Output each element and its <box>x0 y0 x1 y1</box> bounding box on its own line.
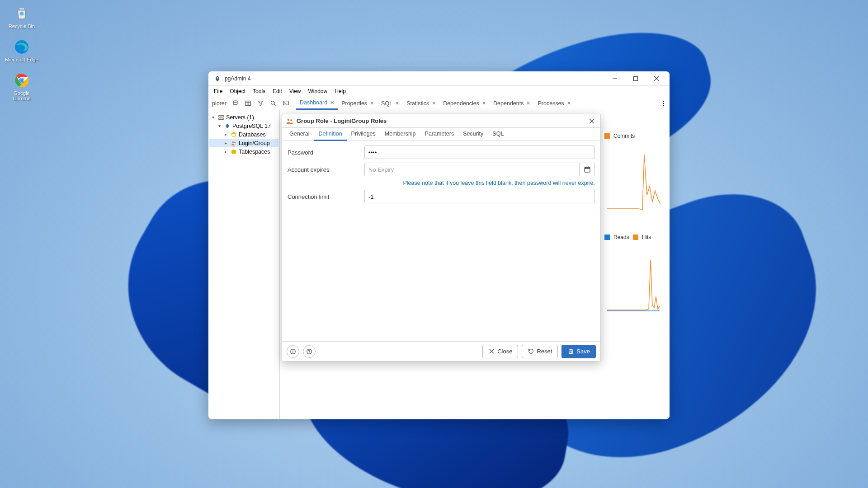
toolbar-tabs-row: plorer Dashboard✕ Properties✕ SQL✕ Stati… <box>208 97 670 110</box>
legend-swatch <box>633 235 638 240</box>
close-icon[interactable]: ✕ <box>330 100 334 106</box>
search-objects-button[interactable] <box>267 98 280 109</box>
dlg-tab-membership[interactable]: Membership <box>380 128 420 141</box>
tab-processes[interactable]: Processes✕ <box>534 97 574 110</box>
svg-point-23 <box>234 141 235 143</box>
dlg-tab-definition[interactable]: Definition <box>314 128 346 141</box>
menu-help[interactable]: Help <box>331 87 349 95</box>
tab-label: Dependencies <box>443 100 479 107</box>
save-button[interactable]: Save <box>561 345 596 358</box>
tree-tablespaces[interactable]: ▸ Tablespaces <box>209 147 278 156</box>
save-icon <box>567 348 574 355</box>
svg-point-22 <box>232 141 234 143</box>
menu-edit[interactable]: Edit <box>269 87 286 95</box>
tab-dashboard[interactable]: Dashboard✕ <box>296 97 338 110</box>
menu-view[interactable]: View <box>286 87 305 95</box>
database-icon <box>230 131 237 138</box>
desktop-icon-recycle-bin[interactable]: Recycle Bin <box>5 5 39 29</box>
tab-properties[interactable]: Properties✕ <box>338 97 377 110</box>
chevron-right-icon[interactable]: ▸ <box>223 149 228 154</box>
dlg-tab-general[interactable]: General <box>285 128 314 141</box>
svg-rect-39 <box>570 349 571 351</box>
tab-label: Properties <box>341 100 367 107</box>
titlebar[interactable]: pgAdmin 4 <box>208 71 670 86</box>
chart-legend: Commits <box>603 131 666 141</box>
row-password: Password <box>288 145 595 159</box>
close-icon[interactable]: ✕ <box>482 100 486 106</box>
dlg-tab-privileges[interactable]: Privileges <box>347 128 380 141</box>
chevron-right-icon[interactable]: ▸ <box>223 141 228 145</box>
dialog-close-button[interactable] <box>587 116 597 126</box>
menu-window[interactable]: Window <box>305 87 331 95</box>
filter-rows-button[interactable] <box>255 98 267 109</box>
tree-servers[interactable]: ▾ Servers (1) <box>209 113 278 122</box>
desktop-icon-label: Microsoft Edge <box>5 57 38 62</box>
desktop-icon-edge[interactable]: Microsoft Edge <box>5 38 39 62</box>
tab-statistics[interactable]: Statistics✕ <box>403 97 439 110</box>
svg-point-6 <box>217 77 218 79</box>
svg-line-17 <box>274 104 276 105</box>
reset-button[interactable]: Reset <box>522 345 558 358</box>
connection-limit-field[interactable] <box>364 190 595 203</box>
dlg-tab-sql[interactable]: SQL <box>488 128 508 141</box>
info-button[interactable] <box>287 345 299 358</box>
maximize-button[interactable] <box>625 71 646 86</box>
menu-file[interactable]: File <box>210 87 226 95</box>
close-icon[interactable]: ✕ <box>370 100 374 106</box>
minimize-button[interactable] <box>604 71 625 86</box>
tree-login-group[interactable]: ▸ Login/Group <box>209 139 278 147</box>
svg-point-36 <box>309 352 309 353</box>
desktop-icon-label: Recycle Bin <box>9 23 35 29</box>
desktop-icons: Recycle Bin Microsoft Edge Google Chrome <box>5 5 39 101</box>
more-tabs-button[interactable]: ⋮ <box>657 100 670 107</box>
object-tree[interactable]: ▾ Servers (1) ▾ PostgreSQL 17 ▸ Database… <box>208 110 280 419</box>
main-tabs: Dashboard✕ Properties✕ SQL✕ Statistics✕ … <box>296 97 657 110</box>
legend-swatch <box>604 235 610 240</box>
svg-point-21 <box>231 132 235 134</box>
close-icon[interactable]: ✕ <box>526 100 530 106</box>
tree-label: Login/Group <box>239 140 270 146</box>
close-icon[interactable]: ✕ <box>395 100 399 106</box>
menu-object[interactable]: Object <box>226 87 249 95</box>
button-label: Save <box>576 348 590 355</box>
close-icon[interactable]: ✕ <box>567 100 571 106</box>
edge-icon <box>13 38 31 56</box>
close-button[interactable]: Close <box>482 345 518 358</box>
tab-sql[interactable]: SQL✕ <box>377 97 403 110</box>
svg-point-0 <box>20 12 24 16</box>
tab-dependents[interactable]: Dependents✕ <box>490 97 534 110</box>
tab-dependencies[interactable]: Dependencies✕ <box>439 97 490 110</box>
tree-server[interactable]: ▾ PostgreSQL 17 <box>209 122 278 130</box>
chevron-down-icon[interactable]: ▾ <box>210 115 216 120</box>
svg-point-11 <box>234 101 238 103</box>
svg-point-34 <box>292 350 293 350</box>
svg-rect-19 <box>218 115 223 117</box>
chevron-right-icon[interactable]: ▸ <box>223 132 228 137</box>
menubar: File Object Tools Edit View Window Help <box>208 86 670 97</box>
sparkline-commits <box>603 141 661 213</box>
psql-tool-button[interactable] <box>280 98 292 109</box>
sparkline-reads-hits <box>603 242 661 314</box>
calendar-button[interactable] <box>580 163 595 176</box>
postgres-icon <box>224 122 231 129</box>
legend-swatch <box>604 133 610 139</box>
dlg-tab-security[interactable]: Security <box>458 128 488 141</box>
password-field[interactable] <box>364 145 595 159</box>
dialog-tabs: General Definition Privileges Membership… <box>282 128 600 141</box>
desktop-icon-chrome[interactable]: Google Chrome <box>5 71 39 101</box>
query-tool-button[interactable] <box>229 98 242 109</box>
dialog-header[interactable]: Group Role - Login/Group Roles <box>282 114 600 128</box>
close-icon[interactable]: ✕ <box>432 100 436 106</box>
close-window-button[interactable] <box>646 71 667 86</box>
dlg-tab-parameters[interactable]: Parameters <box>420 128 459 141</box>
tree-databases[interactable]: ▸ Databases <box>209 130 278 139</box>
chart-reads-hits: Reads Hits <box>603 232 666 314</box>
tree-label: Servers (1) <box>226 114 254 121</box>
help-button[interactable] <box>303 345 316 358</box>
view-data-button[interactable] <box>242 98 255 109</box>
svg-point-25 <box>290 119 292 121</box>
account-expires-field[interactable] <box>364 163 580 176</box>
tree-label: Tablespaces <box>239 149 270 155</box>
menu-tools[interactable]: Tools <box>249 87 269 95</box>
chevron-down-icon[interactable]: ▾ <box>217 123 222 128</box>
